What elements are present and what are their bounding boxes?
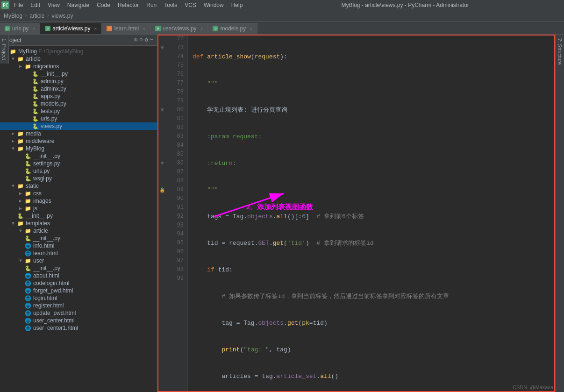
ln-75: 75 <box>167 61 184 70</box>
tree-item-urls-art[interactable]: 🐍 urls.py <box>0 115 157 122</box>
tree-item-registerhtml[interactable]: 🌐 register.html <box>0 302 157 309</box>
tree-item-learnhtml[interactable]: 🌐 learn.html <box>0 249 157 257</box>
tab-close-modelspy[interactable]: × <box>250 26 252 31</box>
menu-refactor[interactable]: Refactor <box>114 0 143 10</box>
tree-item-abouthtml[interactable]: 🌐 about.html <box>0 272 157 279</box>
tree-item-admin[interactable]: 🐍 admin.py <box>0 78 157 85</box>
tree-item-js[interactable]: ▶ 📁 js <box>0 205 157 212</box>
sidebar-settings-icon[interactable]: ⚙ <box>145 36 148 43</box>
tab-close-articleviews[interactable]: × <box>94 26 97 31</box>
tree-label-updatepwdhtml: update_pwd.html <box>33 310 76 316</box>
tab-close-learnhtml[interactable]: × <box>143 26 145 31</box>
menu-vcs[interactable]: VCS <box>181 0 200 10</box>
tree-item-usercenterhtml[interactable]: 🌐 user_center.html <box>0 317 157 324</box>
tree-item-adminx[interactable]: 🐍 adminx.py <box>0 85 157 93</box>
tree-item-tpl-article[interactable]: ▼ 📁 article <box>0 227 157 235</box>
tree-label-urls-mb: urls.py <box>33 168 50 174</box>
tree-item-views[interactable]: 🐍 views.py <box>0 122 157 130</box>
tree-item-media[interactable]: ▶ 📁 media <box>0 130 157 137</box>
tree-item-init-user[interactable]: 🐍 __init__.py <box>0 264 157 272</box>
tab-userviews[interactable]: p user\views.py × <box>150 23 208 34</box>
code-line-74: 学无止境列表: 进行分页查询 <box>193 106 550 114</box>
structure-tab[interactable]: 7: Structure <box>555 35 564 392</box>
breadcrumb-article[interactable]: article <box>29 13 44 19</box>
sidebar-add-icon[interactable]: ⊕ <box>134 36 137 43</box>
tree-item-images[interactable]: ▶ 📁 images <box>0 197 157 205</box>
menu-window[interactable]: Window <box>200 0 228 10</box>
menu-run[interactable]: Run <box>143 0 160 10</box>
tree-item-templates[interactable]: ▼ 📁 templates <box>0 220 157 227</box>
menu-tools[interactable]: Tools <box>160 0 181 10</box>
project-tab[interactable]: 1: Project <box>0 35 9 64</box>
tree-item-codeloginhtml[interactable]: 🌐 codelogin.html <box>0 279 157 287</box>
ln-83: 83 <box>167 132 184 141</box>
code-line-75: :param request: <box>193 132 550 141</box>
menu-view[interactable]: View <box>44 0 64 10</box>
code-editor[interactable]: ▼ ▼ ▼ 🔒 <box>157 35 555 392</box>
tree-item-models[interactable]: 🐍 models.py <box>0 100 157 107</box>
tree-label-js: js <box>33 205 37 212</box>
tab-label-userviews: user\views.py <box>163 25 197 32</box>
code-content[interactable]: def article_show(request): """ 学无止境列表: 进… <box>188 35 555 392</box>
tree-item-css[interactable]: ▶ 📁 css <box>0 190 157 197</box>
tab-close-userviews[interactable]: × <box>200 26 203 31</box>
tree-item-usercenter1html[interactable]: 🌐 user_center1.html <box>0 324 157 332</box>
tree-item-settings[interactable]: 🐍 settings.py <box>0 160 157 167</box>
tree-item-init-static[interactable]: 🐍 __init__.py <box>0 212 157 220</box>
tab-urls[interactable]: p urls.py × <box>0 23 40 34</box>
tree-item-infohtml[interactable]: 🌐 info.html <box>0 242 157 249</box>
folder-icon-myblog-sub: 📁 <box>17 145 24 152</box>
menu-edit[interactable]: Edit <box>27 0 44 10</box>
menu-file[interactable]: File <box>10 0 27 10</box>
gutter-83 <box>157 132 167 141</box>
tree-item-article[interactable]: ▼ 📁 article <box>0 55 157 63</box>
menu-navigate[interactable]: Navigate <box>64 0 93 10</box>
tree-arrow-static: ▼ <box>9 184 17 189</box>
tree-item-middleware[interactable]: ▶ 📁 middleware <box>0 137 157 145</box>
tree-item-init-mb[interactable]: 🐍 __init__.py <box>0 152 157 160</box>
tree-label-apps: apps.py <box>41 93 60 100</box>
tree-item-myblog[interactable]: ▼ 📁 MyBlog E:\Django\MyBlog <box>0 48 157 55</box>
tree-item-migrations[interactable]: ▶ 📁 migrations <box>0 63 157 70</box>
tree-label-loginhtml: login.html <box>33 295 57 301</box>
ln-80: 80 <box>167 106 184 114</box>
svg-text:PC: PC <box>3 3 8 8</box>
tab-articleviews[interactable]: p article\views.py × <box>40 23 102 34</box>
ln-74: 74 <box>167 52 184 61</box>
folder-icon-migrations: 📁 <box>24 63 32 70</box>
gutter-92 <box>157 212 167 221</box>
tree-item-static[interactable]: ▼ 📁 static <box>0 182 157 190</box>
py-icon-wsgi: 🐍 <box>24 175 32 182</box>
tree-item-apps[interactable]: 🐍 apps.py <box>0 93 157 100</box>
gutter-89-bookmark: 🔒 <box>157 185 167 194</box>
tree-item-forgetpwdhtml[interactable]: 🌐 forget_pwd.html <box>0 287 157 294</box>
tree-item-myblog-sub[interactable]: ▼ 📁 MyBlog <box>0 145 157 152</box>
tree-label-forgetpwdhtml: forget_pwd.html <box>33 287 73 294</box>
breadcrumb-viewspy[interactable]: views.py <box>51 13 73 19</box>
tree-item-tests[interactable]: 🐍 tests.py <box>0 107 157 115</box>
tab-close-urls[interactable]: × <box>32 26 35 31</box>
tab-learnhtml[interactable]: h learn.html × <box>102 23 150 34</box>
tree-item-loginhtml[interactable]: 🌐 login.html <box>0 294 157 302</box>
tab-icon-urls: p <box>5 26 10 31</box>
tree-item-init1[interactable]: 🐍 __init__.py <box>0 70 157 78</box>
py-icon-urls-mb: 🐍 <box>24 168 32 174</box>
menu-code[interactable]: Code <box>93 0 114 10</box>
tree-item-updatepwdhtml[interactable]: 🌐 update_pwd.html <box>0 309 157 317</box>
tree-item-wsgi[interactable]: 🐍 wsgi.py <box>0 175 157 182</box>
tab-label-learnhtml: learn.html <box>114 25 139 32</box>
tree-label-registerhtml: register.html <box>33 302 64 309</box>
tree-item-init-tpl[interactable]: 🐍 __init__.py <box>0 235 157 242</box>
gutter-91 <box>157 203 167 212</box>
py-icon-adminx: 🐍 <box>32 86 39 92</box>
sidebar-collapse-icon[interactable]: ⊖ <box>139 36 143 43</box>
menu-help[interactable]: Help <box>228 0 247 10</box>
tree-item-urls-mb[interactable]: 🐍 urls.py <box>0 167 157 175</box>
breadcrumb-myblog[interactable]: MyBlog <box>4 13 22 19</box>
ln-73: 73 <box>167 43 184 52</box>
tree-label-article: article <box>26 56 41 62</box>
tree-label-css: css <box>33 190 42 197</box>
sidebar-close-icon[interactable]: − <box>150 36 153 43</box>
tree-item-tpl-user[interactable]: ▼ 📁 user <box>0 257 157 264</box>
tab-modelspy[interactable]: p models.py × <box>208 23 257 34</box>
